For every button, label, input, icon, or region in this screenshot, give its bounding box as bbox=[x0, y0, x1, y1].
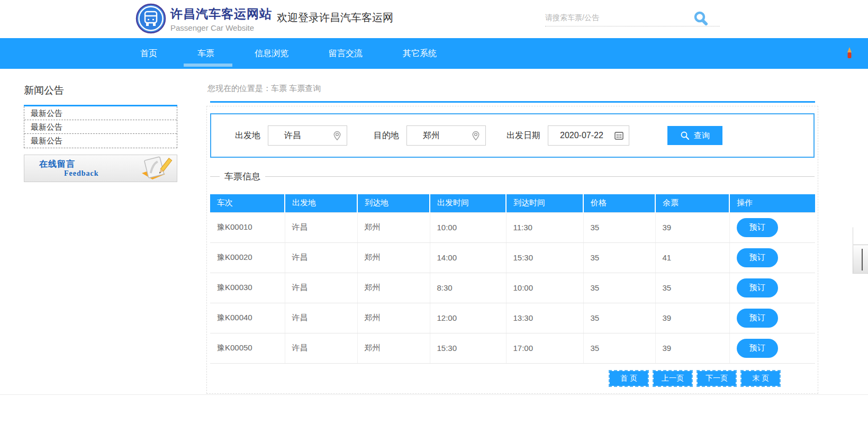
section-legend: 车票信息 bbox=[210, 170, 815, 183]
to-label: 目的地 bbox=[374, 130, 399, 141]
nav-item-tickets[interactable]: 车票 bbox=[177, 38, 234, 69]
nav-item-info[interactable]: 信息浏览 bbox=[234, 38, 309, 69]
book-button[interactable]: 预订 bbox=[737, 309, 778, 328]
book-button[interactable]: 预订 bbox=[737, 218, 778, 237]
search-input[interactable] bbox=[545, 10, 677, 25]
cell-to: 郑州 bbox=[357, 303, 430, 333]
cell-arrive: 11:30 bbox=[506, 212, 583, 242]
col-price: 价格 bbox=[583, 194, 655, 212]
cell-train: 豫K00020 bbox=[210, 242, 285, 273]
col-train: 车次 bbox=[210, 194, 285, 212]
cell-arrive: 17:00 bbox=[506, 333, 583, 363]
col-arrive: 到达时间 bbox=[506, 194, 583, 212]
cell-remain: 39 bbox=[655, 303, 729, 333]
col-from: 出发地 bbox=[285, 194, 357, 212]
news-item[interactable]: 最新公告 bbox=[24, 106, 177, 120]
search-icon[interactable] bbox=[691, 10, 710, 31]
cell-arrive: 13:30 bbox=[506, 303, 583, 333]
ticket-query-form: 出发地 许昌 目的地 郑州 bbox=[210, 113, 815, 158]
site-title-block: 许昌汽车客运网站 Passenger Car Website bbox=[170, 6, 272, 32]
from-input[interactable]: 许昌 bbox=[268, 125, 347, 146]
book-button[interactable]: 预订 bbox=[737, 339, 778, 358]
col-depart: 出发时间 bbox=[430, 194, 506, 212]
cell-from: 许昌 bbox=[285, 303, 357, 333]
table-row: 豫K00010 许昌 郑州 10:00 11:30 35 39 预订 bbox=[210, 212, 815, 242]
location-pin-icon bbox=[333, 131, 341, 143]
sidebar: 新闻公告 最新公告 最新公告 最新公告 在线留言 Feedback bbox=[24, 84, 177, 182]
feedback-title: 在线留言 bbox=[39, 159, 75, 170]
main-nav: 首页 车票 信息浏览 留言交流 其它系统 bbox=[0, 38, 868, 69]
feedback-banner[interactable]: 在线留言 Feedback bbox=[24, 155, 177, 182]
col-remain: 余票 bbox=[655, 194, 729, 212]
side-widget-dotted-edge bbox=[853, 228, 853, 245]
cell-train: 豫K00050 bbox=[210, 333, 285, 363]
book-button[interactable]: 预订 bbox=[737, 248, 778, 267]
cell-to: 郑州 bbox=[357, 273, 430, 303]
news-item[interactable]: 最新公告 bbox=[24, 134, 177, 148]
section-title: 车票信息 bbox=[220, 170, 265, 183]
site-subtitle: Passenger Car Website bbox=[170, 23, 272, 32]
cell-depart: 15:30 bbox=[430, 333, 506, 363]
date-label: 出发日期 bbox=[507, 130, 540, 141]
col-to: 到达地 bbox=[357, 194, 430, 212]
nav-item-other[interactable]: 其它系统 bbox=[383, 38, 457, 69]
nav-item-home[interactable]: 首页 bbox=[120, 38, 177, 69]
content-panel: 出发地 许昌 目的地 郑州 bbox=[206, 106, 818, 394]
table-header-row: 车次 出发地 到达地 出发时间 到达时间 价格 余票 操作 bbox=[210, 194, 815, 212]
table-row: 豫K00050 许昌 郑州 15:30 17:00 35 39 预订 bbox=[210, 333, 815, 363]
footer-divider bbox=[0, 394, 868, 395]
cell-depart: 8:30 bbox=[430, 273, 506, 303]
cell-price: 35 bbox=[583, 212, 655, 242]
nav-item-message[interactable]: 留言交流 bbox=[309, 38, 383, 69]
table-row: 豫K00030 许昌 郑州 8:30 10:00 35 35 预订 bbox=[210, 273, 815, 303]
side-panel-handle-bar bbox=[862, 249, 863, 270]
cell-to: 郑州 bbox=[357, 333, 430, 363]
pencil-icon[interactable] bbox=[846, 46, 853, 61]
table-row: 豫K00040 许昌 郑州 12:00 13:30 35 39 预订 bbox=[210, 303, 815, 333]
page-first-button[interactable]: 首 页 bbox=[609, 370, 649, 387]
cell-depart: 14:00 bbox=[430, 242, 506, 273]
cell-remain: 39 bbox=[655, 333, 729, 363]
nav-list: 首页 车票 信息浏览 留言交流 其它系统 bbox=[120, 38, 457, 69]
main-content: 您现在的位置是：车票 车票查询 出发地 许昌 目的地 郑州 bbox=[206, 84, 818, 394]
breadcrumb: 您现在的位置是：车票 车票查询 bbox=[206, 84, 818, 94]
cell-arrive: 15:30 bbox=[506, 242, 583, 273]
cell-price: 35 bbox=[583, 242, 655, 273]
cell-arrive: 10:00 bbox=[506, 273, 583, 303]
news-item[interactable]: 最新公告 bbox=[24, 120, 177, 134]
query-button[interactable]: 查询 bbox=[667, 126, 722, 145]
ticket-table: 车次 出发地 到达地 出发时间 到达时间 价格 余票 操作 豫K00010 许昌… bbox=[210, 194, 815, 364]
header: 许昌汽车客运网站 Passenger Car Website 欢迎登录许昌汽车客… bbox=[0, 0, 868, 38]
cell-to: 郑州 bbox=[357, 242, 430, 273]
breadcrumb-divider bbox=[210, 101, 815, 103]
header-search bbox=[545, 10, 720, 26]
site-title: 许昌汽车客运网站 bbox=[170, 6, 272, 22]
to-value: 郑州 bbox=[407, 130, 440, 141]
cell-price: 35 bbox=[583, 273, 655, 303]
side-panel-handle[interactable] bbox=[853, 245, 868, 274]
cell-remain: 39 bbox=[655, 212, 729, 242]
cell-train: 豫K00040 bbox=[210, 303, 285, 333]
page-next-button[interactable]: 下一页 bbox=[697, 370, 737, 387]
notepad-pencil-icon bbox=[139, 153, 173, 186]
cell-depart: 12:00 bbox=[430, 303, 506, 333]
bus-logo-icon bbox=[135, 3, 166, 34]
book-button[interactable]: 预订 bbox=[737, 278, 778, 297]
cell-remain: 35 bbox=[655, 273, 729, 303]
date-input[interactable]: 2020-07-22 bbox=[548, 125, 629, 146]
from-value: 许昌 bbox=[268, 130, 301, 141]
welcome-text: 欢迎登录许昌汽车客运网 bbox=[277, 11, 393, 25]
col-action: 操作 bbox=[729, 194, 815, 212]
table-row: 豫K00020 许昌 郑州 14:00 15:30 35 41 预订 bbox=[210, 242, 815, 273]
from-label: 出发地 bbox=[235, 130, 260, 141]
news-title: 新闻公告 bbox=[24, 84, 177, 97]
page-last-button[interactable]: 末 页 bbox=[740, 370, 781, 387]
news-list: 最新公告 最新公告 最新公告 bbox=[24, 106, 177, 148]
cell-train: 豫K00030 bbox=[210, 273, 285, 303]
query-button-label: 查询 bbox=[694, 131, 710, 141]
to-input[interactable]: 郑州 bbox=[406, 125, 486, 146]
cell-from: 许昌 bbox=[285, 273, 357, 303]
page-prev-button[interactable]: 上一页 bbox=[653, 370, 693, 387]
cell-price: 35 bbox=[583, 333, 655, 363]
cell-train: 豫K00010 bbox=[210, 212, 285, 242]
